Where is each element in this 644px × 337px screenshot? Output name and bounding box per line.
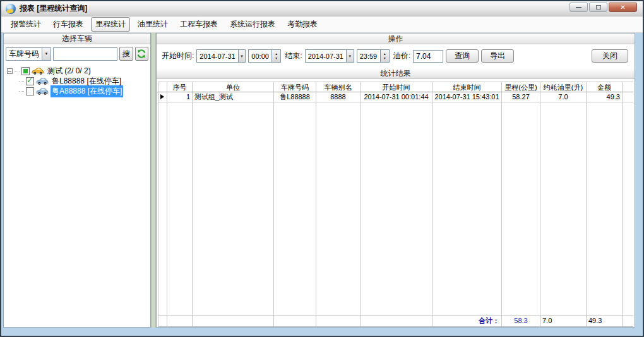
spinner-arrows-icon[interactable]: ▲▼ (380, 50, 389, 62)
search-field-select[interactable]: 车牌号码 ▼ (6, 47, 51, 61)
vehicle-checkbox-unchecked[interactable] (26, 87, 34, 95)
maximize-button[interactable] (589, 3, 607, 12)
tab-alarm-stats[interactable]: 报警统计 (6, 17, 45, 32)
cell-start: 2014-07-31 00:01:44 (361, 92, 432, 102)
col-header-fuel[interactable]: 约耗油里(升) (540, 82, 587, 92)
col-header-filler (623, 82, 633, 92)
start-time-label: 开始时间: (162, 51, 194, 61)
col-header-seq[interactable]: 序号 (167, 82, 193, 92)
tab-engineering-report[interactable]: 工程车报表 (176, 17, 222, 32)
refresh-icon (136, 49, 146, 59)
export-button[interactable]: 导出 (481, 49, 514, 63)
vehicle-label-selected[interactable]: 粤A88888 [在线停车] (51, 85, 123, 97)
cell-seq: 1 (167, 92, 193, 102)
grid-header-row: 序号 单位 车牌号码 车辆别名 开始时间 结束时间 里程(公里) 约耗油里(升)… (158, 82, 633, 92)
search-field-value: 车牌号码 (6, 49, 42, 59)
totals-mileage: 58.3 (502, 316, 540, 326)
search-input[interactable] (53, 47, 117, 61)
arrow-right-icon (160, 94, 164, 99)
results-header: 统计结果 (157, 68, 635, 79)
spinner-arrows-icon[interactable]: ▲▼ (271, 50, 280, 62)
cell-alias: 8888 (316, 92, 361, 102)
start-date-picker[interactable]: 2014-07-31 ▼ (196, 49, 246, 63)
start-time-value: 00:00 (249, 52, 271, 60)
fuel-price-label: 油价: (393, 51, 410, 61)
chevron-down-icon[interactable]: ▼ (346, 50, 354, 62)
col-header-mileage[interactable]: 里程(公里) (502, 82, 540, 92)
tab-attendance-report[interactable]: 考勤报表 (283, 17, 322, 32)
col-header-plate[interactable]: 车牌号码 (274, 82, 316, 92)
col-header-start[interactable]: 开始时间 (361, 82, 432, 92)
maximize-icon (596, 5, 601, 9)
chevron-down-icon[interactable]: ▼ (42, 48, 51, 60)
check-icon: ✓ (27, 77, 33, 85)
refresh-button[interactable] (135, 47, 149, 61)
vehicle-search-row: 车牌号码 ▼ 搜 (4, 44, 150, 63)
empty-cell (432, 311, 502, 315)
cell-unit: 测试组_测试 (193, 92, 274, 102)
group-checkbox[interactable] (21, 67, 30, 75)
empty-cell (623, 102, 633, 311)
tab-mileage-stats[interactable]: 里程统计 (91, 17, 130, 32)
chevron-down-icon[interactable]: ▼ (238, 50, 246, 62)
car-icon-blue (36, 87, 49, 95)
spinner-up-icon[interactable]: ▲ (383, 52, 386, 56)
empty-cell (587, 102, 623, 311)
empty-cell (540, 102, 587, 311)
spinner-down-icon[interactable]: ▼ (275, 56, 278, 61)
cell-filler (623, 92, 633, 102)
close-icon: ✕ (620, 4, 625, 11)
report-panel: 操作 开始时间: 2014-07-31 ▼ 00:00 ▲▼ 结束: 2014-… (156, 33, 635, 328)
empty-cell (623, 316, 633, 326)
tab-system-report[interactable]: 系统运行报表 (225, 17, 280, 32)
vehicle-checkbox-checked[interactable]: ✓ (26, 77, 34, 85)
col-header-end[interactable]: 结束时间 (432, 82, 502, 92)
app-window: 报表 [里程统计查询] ✕ 报警统计 行车报表 里程统计 油里统计 工程车报表 … (0, 0, 644, 337)
empty-cell (361, 102, 432, 311)
search-button[interactable]: 搜 (119, 47, 133, 61)
tree-connector (15, 71, 20, 71)
col-header-unit[interactable]: 单位 (193, 82, 274, 92)
end-time-label: 结束: (285, 51, 302, 61)
empty-cell (623, 311, 633, 315)
empty-cell (502, 102, 540, 311)
close-button[interactable]: ✕ (609, 3, 637, 12)
row-selector-header (158, 82, 167, 92)
end-time-spinner[interactable]: 23:59 ▲▼ (357, 49, 390, 63)
empty-cell (361, 311, 432, 315)
tree-vehicle-row[interactable]: 粤A88888 [在线停车] (19, 86, 149, 96)
table-row[interactable]: 1 测试组_测试 鲁L88888 8888 2014-07-31 00:01:4… (158, 92, 633, 102)
empty-cell (158, 316, 167, 326)
col-header-amount[interactable]: 金额 (587, 82, 623, 92)
cell-plate: 鲁L88888 (274, 92, 316, 102)
panel-splitter[interactable] (151, 33, 156, 328)
app-icon (6, 4, 16, 14)
minimize-icon (576, 7, 581, 8)
grid-empty-area (158, 102, 633, 311)
empty-cell (274, 102, 316, 311)
query-button[interactable]: 查询 (446, 49, 479, 63)
tab-driving-report[interactable]: 行车报表 (49, 17, 88, 32)
col-header-alias[interactable]: 车辆别名 (316, 82, 361, 92)
cell-end: 2014-07-31 15:43:01 (432, 92, 502, 102)
empty-cell (158, 102, 167, 311)
spinner-up-icon[interactable]: ▲ (275, 52, 278, 56)
tree-collapse-icon[interactable] (7, 68, 13, 74)
start-date-value: 2014-07-31 (197, 52, 237, 60)
window-controls: ✕ (569, 3, 637, 12)
start-time-spinner[interactable]: 00:00 ▲▼ (248, 49, 281, 63)
empty-cell (316, 311, 361, 315)
fuel-price-input[interactable] (413, 50, 443, 63)
minimize-button[interactable] (569, 3, 588, 12)
tab-fuel-stats[interactable]: 油里统计 (133, 17, 172, 32)
end-date-picker[interactable]: 2014-07-31 ▼ (305, 49, 354, 63)
totals-amount: 49.3 (587, 316, 623, 326)
tree-connector (19, 91, 24, 92)
close-report-button[interactable]: 关闭 (592, 49, 628, 63)
end-time-value: 23:59 (357, 52, 380, 60)
empty-cell (502, 311, 540, 315)
vehicle-panel: 选择车辆 车牌号码 ▼ 搜 (3, 33, 151, 328)
empty-cell (316, 316, 361, 326)
empty-cell (587, 311, 623, 315)
spinner-down-icon[interactable]: ▼ (383, 56, 386, 61)
